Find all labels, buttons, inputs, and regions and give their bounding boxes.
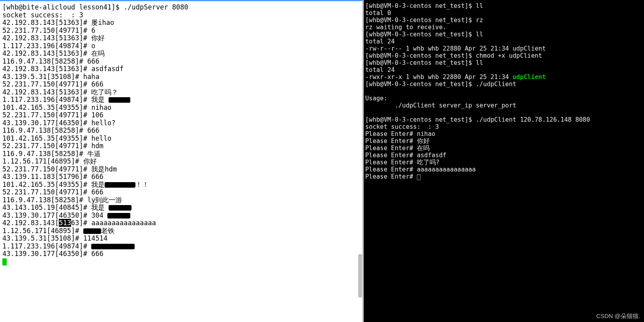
terminal-line: 43.139.11.183[51796]# 666 (2, 173, 362, 181)
terminal-line: 52.231.77.150[49771]# hdm (2, 142, 362, 150)
terminal-line: Usage: (365, 95, 644, 102)
terminal-line: [whb@VM-0-3-centos net_test]$ ll (365, 2, 644, 9)
shell-prompt: [whb@bite-alicloud lesson41]$ (2, 3, 124, 11)
terminal-line: 52.231.77.150[49771]# 666 (2, 81, 362, 89)
terminal-line: 43.143.105.19[40845]# 我是 (2, 204, 362, 212)
terminal-line: 42.192.83.143[51363]# 你好 (2, 34, 362, 42)
terminal-line: 43.139.30.177[46350]# 666 (2, 250, 362, 258)
terminal-line: 116.9.47.138[58258]# 牛逼 (2, 150, 362, 158)
selection-highlight: 513 (59, 219, 71, 227)
terminal-line: Please Enter# 在吗 (365, 145, 644, 152)
terminal-line: [whb@bite-alicloud lesson41]$ ./udpServe… (2, 4, 362, 11)
terminal-line: 116.9.47.138[58258]# ly到此一游 (2, 196, 362, 204)
terminal-line: total 24 (365, 66, 644, 73)
terminal-line: 52.231.77.150[49771]# 106 (2, 111, 362, 119)
terminal-line: 116.9.47.138[58258]# 666 (2, 127, 362, 135)
redaction-mark (83, 228, 101, 234)
redaction-mark (109, 97, 130, 103)
shell-command: ./udpServer 8080 (124, 3, 188, 11)
terminal-line: Please Enter# (365, 173, 644, 180)
terminal-line: Please Enter# 你好 (365, 137, 644, 145)
terminal-line: 42.192.83.143[51363]# 屡ihao (2, 19, 362, 27)
terminal-line: 116.9.47.138[58258]# 666 (2, 58, 362, 66)
terminal-line: 101.42.165.35[49355]# hello (2, 135, 362, 143)
terminal-line: 101.42.165.35[49355]# nihao (2, 104, 362, 112)
terminal-line: 101.42.165.35[49355]# 我是！！ (2, 181, 362, 189)
terminal-line: 1.12.56.171[46895]# 老铁 (2, 227, 362, 235)
terminal-line: [whb@VM-0-3-centos net_test]$ chmod +x u… (365, 52, 644, 59)
redaction-mark (109, 205, 131, 211)
terminal-line: 43.139.30.177[46350]# 304 (2, 212, 362, 220)
terminal-line: -rw-r--r-- 1 whb whb 22880 Apr 25 21:34 … (365, 45, 644, 52)
terminal-line: [whb@VM-0-3-centos net_test]$ ll (365, 59, 644, 66)
server-terminal[interactable]: [whb@bite-alicloud lesson41]$ ./udpServe… (0, 0, 364, 322)
terminal-line: [whb@VM-0-3-centos net_test]$ ./udpClien… (365, 116, 644, 123)
executable-name: udpClient (513, 73, 546, 81)
terminal-line: total 24 (365, 38, 644, 45)
terminal-line: ./udpClient server_ip server_port (365, 102, 644, 109)
terminal-line: 1.12.56.171[46895]# 你好 (2, 158, 362, 166)
redaction-mark (91, 244, 135, 249)
terminal-line: 1.117.233.196[49874]# o (2, 42, 362, 50)
terminal-line: 43.139.30.177[46350]# hello? (2, 119, 362, 127)
watermark-text: CSDN @朵猫猫. (596, 313, 640, 320)
terminal-line: 52.231.77.150[49771]# 6 (2, 27, 362, 35)
terminal-line: Please Enter# aaaaaaaaaaaaaaaa (365, 166, 644, 173)
terminal-line: socket success: : 3 (2, 11, 362, 19)
terminal-line: 52.231.77.150[49771]# 666 (2, 188, 362, 196)
terminal-line (365, 88, 644, 95)
terminal-line: [whb@VM-0-3-centos net_test]$ ./udpClien… (365, 81, 644, 88)
terminal-line: 42.192.83.143[51363]# asdfasdf (2, 65, 362, 73)
terminal-line: 42.192.83.143[51363]# 吃了吗？ (2, 89, 362, 96)
terminal-line: 43.139.5.31[35108]# haha (2, 73, 362, 81)
terminal-line: -rwxr-xr-x 1 whb whb 22880 Apr 25 21:34 … (365, 73, 644, 81)
terminal-line: 1.117.233.196[49874]# 我是 (2, 96, 362, 104)
terminal-line: total 0 (365, 9, 644, 17)
terminal-line: 1.117.233.196[49874]# (2, 243, 362, 250)
terminal-line: [whb@VM-0-3-centos net_test]$ rz (365, 17, 644, 24)
terminal-line: 42.192.83.143[51363]# aaaaaaaaaaaaaaaa (2, 219, 362, 227)
terminal-line: 43.139.5.31[35108]# 114514 (2, 235, 362, 243)
terminal-line: 52.231.77.150[49771]# 我是hdm (2, 166, 362, 173)
scrollbar-thumb[interactable] (358, 254, 362, 298)
client-terminal[interactable]: [whb@VM-0-3-centos net_test]$ lltotal 0[… (364, 0, 644, 322)
split-view: [whb@bite-alicloud lesson41]$ ./udpServe… (0, 0, 644, 322)
terminal-line: Please Enter# asdfasdf (365, 152, 644, 159)
terminal-line: socket success: : 3 (365, 123, 644, 130)
terminal-line: Please Enter# 吃了吗? (365, 159, 644, 166)
terminal-line: [whb@VM-0-3-centos net_test]$ ll (365, 31, 644, 38)
cursor-icon (2, 258, 7, 266)
terminal-line (365, 109, 644, 116)
terminal-line: Please Enter# nihao (365, 130, 644, 137)
terminal-cursor-line (2, 258, 362, 266)
cursor-icon (417, 174, 421, 180)
redaction-mark (105, 182, 135, 188)
terminal-line: 42.192.83.143[51363]# 在吗 (2, 50, 362, 58)
terminal-line: rz waiting to receive. (365, 24, 644, 31)
redaction-mark (107, 213, 130, 218)
